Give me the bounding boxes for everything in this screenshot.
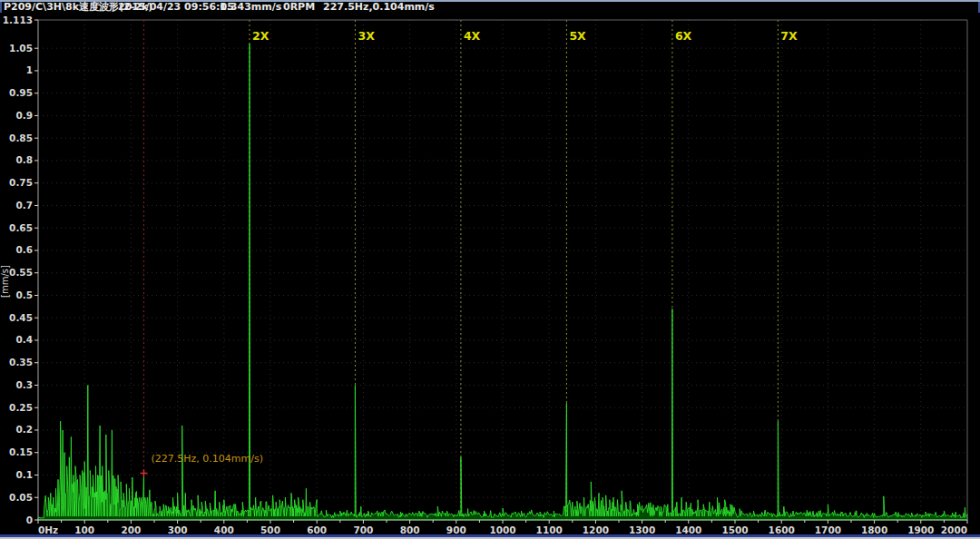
harmonic-label-3x: 3X: [358, 29, 375, 43]
y-tick-label: 0.5: [15, 289, 33, 300]
x-tick-label: 1100: [536, 524, 563, 535]
y-tick-label: 0.1: [15, 469, 33, 480]
x-tick-label: 1700: [815, 524, 841, 535]
y-tick-label: 0.95: [9, 87, 33, 98]
y-tick-label: 0.3: [15, 379, 33, 390]
y-tick-label: 0.4: [15, 334, 33, 345]
harmonic-label-2x: 2X: [252, 29, 270, 43]
window-bottom-border: [0, 534, 980, 537]
spectrum-plot[interactable]: 2X3X4X5X6X7X1.1131.0510.950.90.850.80.75…: [0, 13, 980, 539]
x-tick-label: 1600: [769, 524, 795, 535]
x-tick-label: 1800: [861, 524, 887, 535]
harmonic-label-7x: 7X: [780, 29, 798, 43]
x-axis: 0Hz1002003004005006007008009001000110012…: [38, 520, 967, 535]
x-tick-label: 1000: [489, 524, 515, 535]
harmonic-label-4x: 4X: [464, 29, 481, 43]
x-tick-label: 900: [446, 524, 466, 535]
y-tick-label: 1.05: [9, 43, 33, 54]
y-tick-label: 0.8: [15, 154, 33, 165]
y-tick-label: 0.2: [15, 424, 33, 435]
x-tick-label: 500: [260, 524, 280, 535]
x-tick-label: 100: [74, 524, 94, 535]
x-tick-label: 1300: [629, 524, 655, 535]
y-tick-label: 0.05: [9, 492, 33, 503]
y-tick-label: 0.75: [9, 177, 33, 188]
x-tick-label: 400: [214, 524, 234, 535]
y-tick-label: 0.25: [9, 402, 33, 413]
y-tick-label: 0.85: [9, 132, 33, 143]
x-tick-label: 0Hz: [38, 524, 58, 535]
x-tick-label: 200: [121, 524, 141, 535]
y-tick-label: 0.9: [15, 110, 33, 121]
header-bar: P209/C\3H\8k速度波形(2-2k) 2015/04/23 09:56:…: [4, 2, 978, 13]
y-tick-label: 0.15: [9, 446, 33, 457]
y-axis-unit-label: [mm/s]: [0, 265, 10, 298]
cursor-annotation: (227.5Hz, 0.104mm/s): [151, 453, 262, 465]
x-tick-label: 1900: [907, 524, 934, 535]
x-tick-label: 700: [353, 524, 373, 535]
x-tick-label: 1400: [675, 524, 701, 535]
y-tick-label: 0.55: [9, 267, 33, 278]
y-tick-label: 0.45: [9, 312, 33, 323]
x-tick-label: 1500: [721, 524, 748, 535]
cursor-readout: 227.5Hz,0.104mm/s: [323, 2, 435, 13]
x-tick-label: 300: [168, 524, 188, 535]
y-tick-label: 0.35: [9, 357, 33, 368]
plot-background: [0, 13, 980, 539]
app-window: P209/C\3H\8k速度波形(2-2k) 2015/04/23 09:56:…: [0, 0, 980, 539]
harmonic-label-5x: 5X: [569, 29, 586, 43]
rpm-value: 0RPM: [283, 2, 315, 13]
x-tick-label: 1200: [583, 524, 609, 535]
y-tick-label: 1.113: [3, 15, 33, 25]
y-tick-label: 0.7: [15, 200, 33, 211]
x-tick-label: 2000: [941, 524, 967, 535]
harmonic-label-6x: 6X: [675, 29, 692, 43]
y-tick-label: 0.65: [9, 222, 33, 233]
timestamp: 2015/04/23 09:56:05: [118, 2, 234, 13]
y-tick-label: 0.6: [15, 244, 33, 255]
y-tick-label: 1: [26, 64, 33, 75]
x-tick-label: 800: [400, 524, 420, 535]
y-tick-label: 0: [26, 514, 33, 525]
overall-value: 1.343mm/s: [220, 2, 281, 13]
x-tick-label: 600: [307, 524, 327, 535]
